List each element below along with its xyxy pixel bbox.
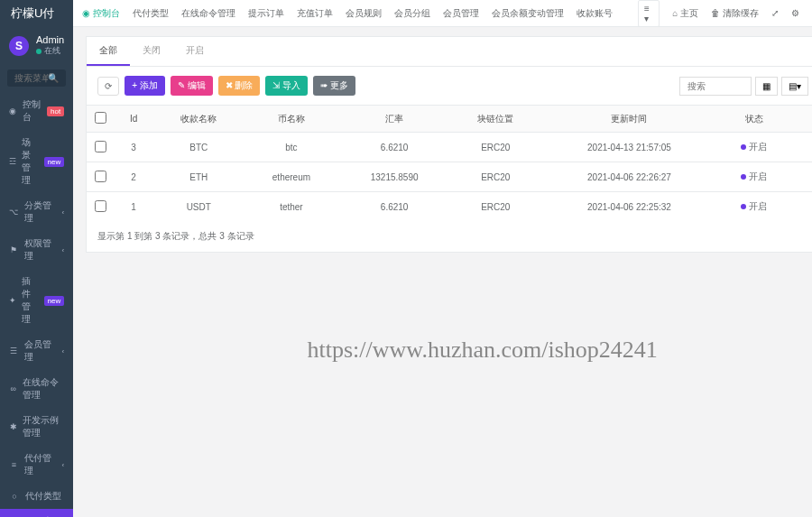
sidebar-item[interactable]: ✦插件管理new — [0, 269, 73, 332]
chevron-left-icon: ‹ — [62, 208, 65, 217]
cell-chain: ERC20 — [450, 192, 541, 222]
columns-button[interactable]: ▤▾ — [781, 77, 808, 96]
column-header[interactable]: 状态 — [717, 106, 790, 133]
sidebar-item[interactable]: ∞在线命令管理 — [0, 370, 73, 408]
sidebar-item[interactable]: ☲场景管理new — [0, 130, 73, 193]
sidebar-sub-item[interactable]: ○收款类型 — [0, 509, 73, 517]
cell-time: 2021-04-06 22:26:27 — [541, 162, 718, 192]
sidebar-item[interactable]: ✱开发示例管理 — [0, 408, 73, 446]
sidebar-item-label: 控制台 — [23, 98, 42, 124]
column-header[interactable]: 收款名称 — [153, 106, 245, 133]
data-table: Id收款名称币名称汇率块链位置更新时间状态操作 3 BTC btc 6.6210… — [87, 105, 812, 221]
row-checkbox[interactable] — [95, 200, 106, 212]
cell-status[interactable]: 开启 — [717, 192, 790, 222]
sidebar-item[interactable]: ☰会员管理‹ — [0, 332, 73, 370]
tab[interactable]: 开启 — [173, 37, 217, 66]
column-header[interactable]: 操作 — [790, 106, 812, 133]
sidebar-search[interactable]: 🔍 — [7, 69, 66, 87]
cell-id: 2 — [114, 162, 153, 192]
topbar-home[interactable]: ⌂ 主页 — [672, 7, 698, 20]
nav-icon: ⌥ — [9, 208, 19, 217]
column-header[interactable]: 块链位置 — [450, 106, 541, 133]
sidebar-item-label: 插件管理 — [22, 275, 39, 326]
cell-rate: 13215.8590 — [338, 162, 450, 192]
badge: hot — [47, 106, 64, 116]
topbar-link[interactable]: 会员余额变动管理 — [492, 7, 564, 20]
cell-coin: ethereum — [245, 162, 339, 192]
sidebar: 柠檬U付 S Admin 在线 🔍 ◉控制台hot☲场景管理new⌥分类管理‹⚑… — [0, 0, 73, 517]
tab[interactable]: 全部 — [87, 37, 130, 66]
cell-time: 2021-04-13 21:57:05 — [541, 133, 718, 162]
cell-rate: 6.6210 — [338, 192, 450, 222]
topbar-menu-button[interactable]: ≡ ▾ — [638, 0, 660, 27]
table-search-input[interactable] — [679, 77, 752, 96]
edit-button[interactable]: ✎ 编辑 — [171, 76, 213, 96]
chevron-left-icon: ‹ — [62, 461, 65, 469]
sidebar-item-label: 分类管理 — [24, 199, 57, 225]
nav-icon: ∞ — [9, 384, 17, 393]
nav-icon: ✦ — [9, 296, 16, 305]
topbar-expand-icon[interactable]: ⤢ — [771, 8, 779, 18]
more-button[interactable]: ➠ 更多 — [313, 76, 355, 96]
sidebar-item[interactable]: ⚑权限管理‹ — [0, 231, 73, 269]
sidebar-item-label: 会员管理 — [24, 338, 57, 364]
topbar-settings-icon[interactable]: ⚙ — [791, 8, 799, 18]
column-header[interactable]: Id — [114, 106, 153, 133]
sidebar-item[interactable]: ◉控制台hot — [0, 92, 73, 130]
select-all-checkbox[interactable] — [95, 112, 106, 124]
cell-status[interactable]: 开启 — [717, 133, 790, 162]
refresh-button[interactable]: ⟳ — [97, 77, 119, 96]
sidebar-item-label: 权限管理 — [24, 237, 57, 263]
user-status: 在线 — [36, 45, 64, 57]
sidebar-item[interactable]: ⌥分类管理‹ — [0, 193, 73, 231]
sidebar-item-label: 代付管理 — [24, 452, 57, 477]
topbar-link[interactable]: 会员分组 — [394, 7, 430, 20]
table-footer: 显示第 1 到第 3 条记录，总共 3 条记录 — [87, 221, 812, 252]
sidebar-item[interactable]: ≡代付管理‹ — [0, 446, 73, 484]
delete-button[interactable]: ✖ 删除 — [218, 76, 261, 96]
cell-coin: btc — [245, 133, 339, 162]
sidebar-sub-item[interactable]: ○代付类型 — [0, 484, 73, 509]
tab[interactable]: 关闭 — [130, 37, 173, 66]
topbar-link[interactable]: 会员管理 — [443, 7, 479, 20]
nav-icon: ☰ — [9, 346, 19, 355]
column-header[interactable]: 汇率 — [338, 106, 450, 133]
sidebar-item-label: 代付类型 — [25, 490, 61, 503]
user-box[interactable]: S Admin 在线 — [0, 27, 73, 64]
sidebar-item-label: 在线命令管理 — [23, 376, 64, 402]
topbar-link[interactable]: 提示订单 — [248, 7, 284, 20]
table-row: 1 USDT tether 6.6210 ERC20 2021-04-06 22… — [87, 192, 812, 222]
topbar-link[interactable]: ◉ 控制台 — [82, 7, 120, 20]
import-button[interactable]: ⇲ 导入 — [265, 76, 308, 96]
cell-name: BTC — [153, 133, 245, 162]
view-toggle-button[interactable]: ▦ — [755, 77, 778, 96]
cell-chain: ERC20 — [450, 162, 541, 192]
topbar-clear-cache[interactable]: 🗑 清除缓存 — [711, 7, 759, 20]
cell-name: ETH — [153, 162, 245, 192]
topbar-link[interactable]: 充值订单 — [297, 7, 333, 20]
topbar-link[interactable]: 会员规则 — [346, 7, 382, 20]
topbar: ◉ 控制台代付类型在线命令管理提示订单充值订单会员规则会员分组会员管理会员余额变… — [73, 0, 812, 27]
row-checkbox[interactable] — [95, 171, 106, 182]
cell-chain: ERC20 — [450, 133, 541, 162]
main-panel: 全部关闭开启 ⟳ + 添加 ✎ 编辑 ✖ 删除 ⇲ 导入 ➠ 更多 ▦ ▤▾ ⇥… — [86, 36, 812, 253]
table-row: 3 BTC btc 6.6210 ERC20 2021-04-13 21:57:… — [87, 133, 812, 162]
cell-status[interactable]: 开启 — [717, 162, 790, 192]
online-dot-icon — [36, 49, 42, 54]
sidebar-search-input[interactable] — [14, 73, 48, 83]
column-header[interactable]: 更新时间 — [541, 106, 718, 133]
topbar-link[interactable]: 代付类型 — [133, 7, 169, 20]
cell-rate: 6.6210 — [338, 133, 450, 162]
toolbar: ⟳ + 添加 ✎ 编辑 ✖ 删除 ⇲ 导入 ➠ 更多 ▦ ▤▾ ⇥▾ 🔍 — [87, 67, 812, 105]
badge: new — [44, 157, 65, 167]
column-header[interactable]: 币名称 — [245, 106, 339, 133]
add-button[interactable]: + 添加 — [125, 76, 165, 96]
cell-time: 2021-04-06 22:25:32 — [541, 192, 718, 222]
topbar-link[interactable]: 收款账号 — [577, 7, 613, 20]
column-header[interactable] — [87, 106, 114, 133]
status-dot-icon — [741, 204, 746, 209]
user-name: Admin — [36, 34, 64, 45]
badge: new — [44, 296, 65, 306]
topbar-link[interactable]: 在线命令管理 — [181, 7, 235, 20]
row-checkbox[interactable] — [95, 141, 106, 152]
